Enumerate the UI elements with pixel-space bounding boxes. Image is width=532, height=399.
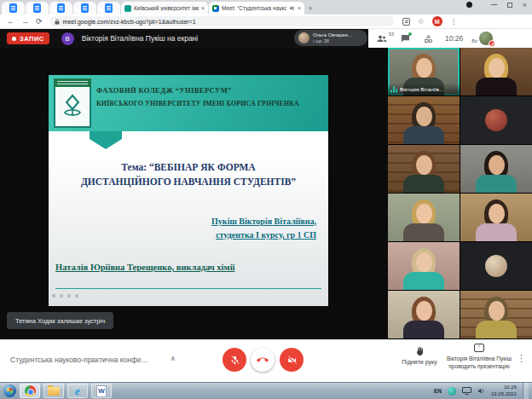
participant-face: [489, 155, 505, 175]
slide-author: Пукіш Вікторія Віталіївна, студентка І к…: [211, 215, 316, 242]
new-tab-button[interactable]: +: [305, 2, 315, 14]
college-name: ФАХОВИЙ КОЛЕДЖ “УНІВЕРСУМ” КИЇВСЬКОГО УН…: [96, 86, 325, 107]
minimize-icon[interactable]: [491, 4, 497, 5]
taskbar-clock[interactable]: 10:26 19.05.2021: [491, 385, 517, 398]
participant-tile[interactable]: [388, 291, 460, 338]
taskbar-explorer-button[interactable]: [43, 384, 64, 398]
logo-shield: [54, 87, 91, 128]
browser-tab-strip: Київський університет імені Бо… × Meet: …: [0, 0, 532, 14]
tab-audio-icon[interactable]: [289, 5, 295, 11]
mic-off-button[interactable]: [223, 348, 246, 372]
browser-profile-avatar[interactable]: M: [432, 16, 442, 26]
participant-tile[interactable]: [460, 291, 532, 338]
people-count-badge: 53: [389, 32, 394, 37]
presenting-line1: Вікторія Віталіївна Пукіш: [447, 355, 512, 362]
tab-title: Meet: “Студентська науков…: [222, 5, 286, 11]
pinned-tab[interactable]: [2, 2, 25, 14]
address-input[interactable]: meet.google.com/zxz-kbcb-ugo?pli=1&authu…: [49, 16, 394, 26]
tray-app-icon[interactable]: [448, 387, 456, 396]
participant-torso: [403, 223, 444, 241]
meet-control-bar: Студентська науково-практична конфе… ∧ П…: [0, 339, 532, 382]
folder-icon: [48, 387, 60, 396]
participant-tile[interactable]: [460, 48, 532, 95]
display-icon[interactable]: [462, 387, 471, 395]
slide-nav-icons[interactable]: [52, 294, 78, 298]
tab-meet[interactable]: Meet: “Студентська науков… ×: [209, 2, 304, 14]
taskbar-chrome-button[interactable]: [20, 384, 40, 398]
participant-torso: [476, 78, 517, 95]
self-view[interactable]: Ви: [471, 32, 493, 45]
forward-icon[interactable]: →: [21, 18, 29, 26]
present-screen-icon: [474, 344, 484, 352]
meet-header-right: 53 10:26 Ви: [368, 29, 532, 48]
back-icon[interactable]: ←: [7, 18, 14, 26]
start-button[interactable]: [3, 385, 16, 397]
leave-toast: Тетяна Ходак залишає зустріч: [7, 312, 113, 329]
slide-divider: [55, 288, 321, 289]
meet-favicon-icon: [212, 5, 219, 12]
taskbar-word-button[interactable]: W: [91, 384, 112, 398]
participant-tile[interactable]: [460, 194, 532, 241]
participants-pill[interactable]: Ольга Овчарен… і ще 38: [294, 30, 367, 46]
raise-hand-button[interactable]: Підняти руку: [397, 345, 442, 365]
participant-face: [416, 155, 432, 175]
participant-torso: [403, 272, 444, 290]
meeting-name[interactable]: Студентська науково-практична конфе…: [10, 356, 148, 364]
participant-tile[interactable]: Вікторія Віталіїв…: [388, 48, 460, 95]
tab-close-icon[interactable]: ×: [298, 5, 301, 11]
reload-icon[interactable]: ⟳: [36, 18, 43, 26]
participant-tile[interactable]: [388, 145, 460, 193]
close-icon[interactable]: ×: [523, 3, 527, 8]
shared-screen-stage: ФАХОВИЙ КОЛЕДЖ “УНІВЕРСУМ” КИЇВСЬКОГО УН…: [0, 48, 388, 339]
participant-tile[interactable]: [460, 145, 532, 193]
chat-button[interactable]: [401, 34, 410, 43]
slide-advisor: Наталія Юріївна Терещенко, викладач хімі…: [55, 263, 234, 272]
hang-up-button[interactable]: [251, 348, 275, 372]
speaker-icon[interactable]: [477, 387, 485, 395]
logo-banner: [54, 78, 91, 87]
topic-line2: ДИСТАНЦІЙНОГО НАВЧАННЯ СТУДЕНТІВ”: [49, 175, 328, 189]
word-document-icon: W: [96, 385, 107, 397]
presenter-avatar: В: [61, 32, 74, 45]
pinned-tab-strip: [2, 2, 121, 14]
pinned-tab[interactable]: [49, 2, 72, 14]
participant-tile[interactable]: [460, 242, 532, 290]
raise-hand-label: Підняти руку: [402, 359, 437, 365]
show-desktop-button[interactable]: [523, 383, 529, 399]
slide-pointer-tip: [90, 139, 122, 149]
participant-torso: [476, 321, 517, 338]
pill-name: Ольга Овчарен…: [313, 32, 353, 38]
activities-button[interactable]: [424, 34, 433, 43]
tab-title: Київський університет імені Бо…: [134, 5, 199, 11]
maximize-icon[interactable]: [507, 3, 512, 8]
participant-tile[interactable]: [388, 194, 460, 241]
author-line2: студентка І курсу, гр 1 СП: [211, 228, 316, 242]
more-options-icon[interactable]: ⋮: [517, 353, 526, 364]
participant-tile[interactable]: [388, 96, 460, 144]
pill-more: і ще 38: [313, 38, 353, 44]
pinned-tab[interactable]: [97, 2, 120, 14]
doc-favicon-icon: [81, 3, 89, 13]
tab-university[interactable]: Київський університет імені Бо… ×: [121, 2, 208, 14]
presenting-line2: проводить презентацію: [448, 362, 510, 370]
language-indicator[interactable]: EN: [434, 388, 442, 394]
audio-indicator-icon: [390, 86, 397, 93]
bookmark-star-icon[interactable]: ☆: [418, 18, 425, 26]
college-line2: КИЇВСЬКОГО УНІВЕРСИТЕТУ ІМЕНІ БОРИСА ГРІ…: [96, 100, 325, 107]
camera-off-button[interactable]: [280, 348, 304, 372]
windows-taskbar: e W EN 10:26 19.05.2021: [0, 382, 532, 399]
taskbar-ie-button[interactable]: e: [67, 384, 88, 398]
tab-close-icon[interactable]: ×: [201, 5, 205, 11]
translate-icon[interactable]: [402, 18, 410, 26]
presenting-status[interactable]: Вікторія Віталіївна Пукіш проводить през…: [447, 344, 512, 370]
slide-pointer-shape: [90, 131, 122, 139]
pinned-tab[interactable]: [73, 2, 96, 14]
participant-tile[interactable]: [460, 96, 532, 144]
screen: Київський університет імені Бо… × Meet: …: [0, 0, 532, 399]
people-button[interactable]: 53: [377, 34, 387, 43]
participant-tile[interactable]: [388, 242, 460, 290]
participant-face: [416, 204, 432, 223]
pinned-tab[interactable]: [26, 2, 49, 14]
chevron-up-icon[interactable]: ∧: [171, 355, 176, 362]
browser-menu-icon[interactable]: ⋮: [450, 18, 458, 26]
